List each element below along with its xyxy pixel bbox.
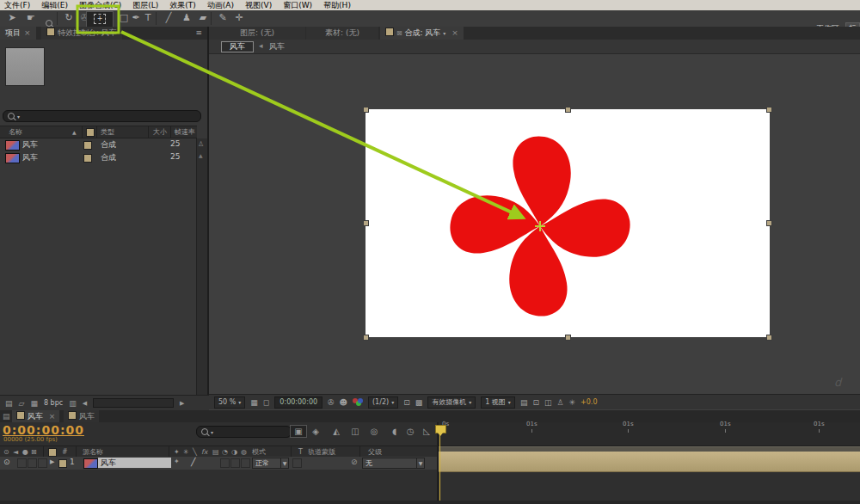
motion-blur-button[interactable]: ◎ [366,425,382,438]
menu-window[interactable]: 窗口(W) [283,0,312,11]
exposure-value[interactable]: +0.0 [580,398,597,406]
composition-miniflow-button[interactable]: ▣ [290,425,307,438]
switch-cell[interactable] [241,458,250,468]
panel-menu-icon[interactable]: ≡ [195,27,202,40]
layer-label-chip[interactable] [58,459,67,468]
timeline-search-input[interactable]: ▾ [196,426,292,438]
layer-duration-bar[interactable] [439,452,860,472]
playhead-line[interactable] [439,431,440,504]
region-of-interest-icon[interactable]: ◻ [263,398,269,407]
composition-canvas[interactable] [366,109,770,337]
column-size[interactable]: 大小 [153,126,167,138]
menu-effect[interactable]: 效果(T) [169,0,196,11]
column-framerate[interactable]: 帧速率 [175,126,195,138]
magnification-dropdown[interactable]: 50 % ▾ [214,396,245,409]
layer-eye-icon[interactable]: ⊙ [3,458,10,466]
layer-row-1[interactable]: ⊙ ▶ 1 风车 ✦ ╱ 正常 ▼ ⊘ 无 ▼ [0,457,437,470]
canvas-handle[interactable] [565,107,571,113]
pixel-aspect-icon[interactable]: ▤ [520,398,528,407]
time-ruler[interactable] [439,422,860,446]
camera-dropdown[interactable]: 有效摄像机 ▾ [427,396,476,409]
panel-icon[interactable]: ▤ [3,410,10,422]
puppet-pin-tool-icon[interactable]: ✛ [230,10,248,27]
graph-editor-button[interactable]: ◺ [419,425,434,438]
switch-cell[interactable] [230,458,240,468]
snapshot-icon[interactable]: ✇ [328,398,335,407]
interpret-footage-icon[interactable]: ▤ [5,399,13,408]
scroll-up-icon[interactable]: ▲ [199,152,203,158]
text-tool-icon[interactable]: T [139,10,157,27]
tab-composition[interactable]: ⊠ 合成: 风车 ▾ × [380,27,464,40]
canvas-handle[interactable] [766,220,772,226]
canvas-handle[interactable] [363,220,369,226]
show-snapshot-icon[interactable]: ☻ [340,398,347,407]
selection-tool-icon[interactable]: ➤ [3,10,21,27]
project-row-fengche-2[interactable]: 风车 合成 25 [0,151,197,164]
canvas-handle[interactable] [565,335,571,341]
trash-icon[interactable]: ▥ [69,399,77,408]
menu-view[interactable]: 视图(V) [245,0,272,11]
scroll-left-icon[interactable]: ◀ [83,400,87,407]
timeline-tab-fengche-2[interactable]: 风车 [64,410,99,422]
resolution-dropdown[interactable]: (1/2) ▾ [368,396,398,409]
brush-tool-icon[interactable]: ╱ [160,10,177,27]
close-icon[interactable]: × [49,412,56,421]
clone-stamp-tool-icon[interactable]: ♟ [178,10,195,27]
viewer-timecode[interactable]: 0:00:00:00 [274,396,322,409]
fast-preview-icon[interactable]: ⊡ [532,398,539,407]
tab-footage[interactable]: 素材: (无) [306,27,378,40]
project-scrollbar[interactable]: ♙ ▲ [196,138,207,396]
new-composition-icon[interactable]: ▦ [30,399,38,408]
flowchart-icon[interactable]: ♙ [556,398,563,407]
bpc-button[interactable]: 8 bpc [44,399,63,407]
project-search-input[interactable]: ▾ [3,110,201,122]
timeline-button-icon[interactable]: ◫ [544,398,552,407]
close-icon[interactable]: × [24,28,31,37]
menu-layer[interactable]: 图层(L) [132,0,158,11]
parent-arrow-icon[interactable]: ▼ [416,458,425,469]
auto-keyframe-button[interactable]: ◷ [402,425,418,438]
view-layout-dropdown[interactable]: 1 视图 ▾ [481,396,515,409]
canvas-handle[interactable] [766,107,772,113]
tab-layer[interactable]: 图层: (无) [209,27,305,40]
audio-toggle[interactable] [17,458,27,468]
playhead-marker[interactable] [435,425,446,433]
label-chip-icon[interactable] [83,154,92,163]
hand-tool-icon[interactable]: ☛ [22,10,40,27]
lock-icon[interactable]: ⊠ [396,29,402,37]
eraser-tool-icon[interactable]: ▰ [194,10,212,27]
breadcrumb-parent[interactable]: 风车 [269,41,285,52]
timeline-tab-fengche-active[interactable]: 风车 × [12,410,59,422]
canvas-handle[interactable] [363,107,369,113]
switch-cell[interactable] [220,458,230,468]
close-icon[interactable]: × [452,28,458,37]
breadcrumb-current[interactable]: 风车 [221,41,254,52]
menu-file[interactable]: 文件(F) [4,0,30,11]
column-name[interactable]: 名称 [9,126,22,138]
solo-toggle[interactable] [28,458,37,468]
sort-asc-icon[interactable]: ▲ [72,126,77,138]
new-folder-icon[interactable]: ▱ [19,399,25,408]
hide-shy-layers-button[interactable]: ◭ [329,425,344,438]
lock-toggle[interactable] [38,458,47,468]
expand-icon[interactable]: ▶ [50,458,54,465]
tab-effect-controls[interactable]: 特效控制台: 风车 [41,27,122,40]
menu-animation[interactable]: 动画(A) [207,0,234,11]
tab-project[interactable]: 项目× [0,27,36,40]
pan-behind-anchor-tool[interactable]: + [86,11,114,28]
project-row-fengche-1[interactable]: 风车 合成 25 [0,138,197,151]
menu-edit[interactable]: 编辑(E) [41,0,68,11]
flowchart-icon[interactable]: ♙ [198,140,204,148]
footer-scrollbar[interactable] [93,398,174,408]
draft-3d-button[interactable]: ◈ [308,425,323,438]
rotation-tool-icon[interactable]: ↻ [60,10,77,27]
menu-composition[interactable]: 图像合成(C) [79,0,121,11]
quality-slash-switch[interactable]: ╱ [191,458,195,466]
scroll-right-icon[interactable]: ▶ [180,400,184,407]
roto-brush-tool-icon[interactable]: ✎ [214,10,231,27]
exposure-icon[interactable]: ✳ [569,398,576,407]
target-region-icon[interactable]: ⊡ [403,398,410,407]
canvas-handle[interactable] [766,335,772,341]
layer-name-field[interactable]: 风车 [98,458,171,468]
brainstorm-button[interactable]: ◖ [387,425,402,438]
